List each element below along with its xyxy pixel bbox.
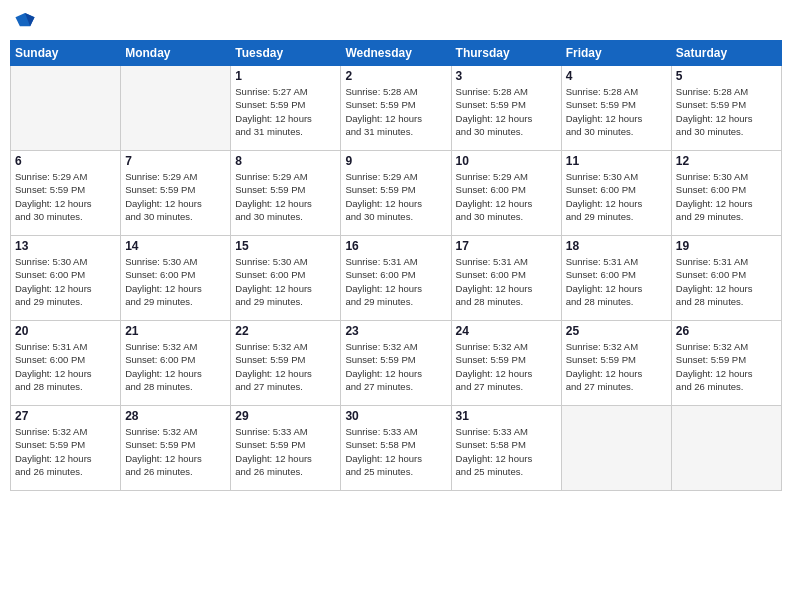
calendar-cell: 8Sunrise: 5:29 AM Sunset: 5:59 PM Daylig…: [231, 151, 341, 236]
week-row-4: 20Sunrise: 5:31 AM Sunset: 6:00 PM Dayli…: [11, 321, 782, 406]
day-number: 8: [235, 154, 336, 168]
calendar-cell: 28Sunrise: 5:32 AM Sunset: 5:59 PM Dayli…: [121, 406, 231, 491]
day-number: 11: [566, 154, 667, 168]
calendar-cell: 6Sunrise: 5:29 AM Sunset: 5:59 PM Daylig…: [11, 151, 121, 236]
day-info: Sunrise: 5:32 AM Sunset: 5:59 PM Dayligh…: [235, 340, 336, 393]
calendar-cell: 17Sunrise: 5:31 AM Sunset: 6:00 PM Dayli…: [451, 236, 561, 321]
day-info: Sunrise: 5:32 AM Sunset: 5:59 PM Dayligh…: [345, 340, 446, 393]
calendar-table: SundayMondayTuesdayWednesdayThursdayFrid…: [10, 40, 782, 491]
logo: [14, 10, 40, 32]
day-number: 27: [15, 409, 116, 423]
calendar-cell: 30Sunrise: 5:33 AM Sunset: 5:58 PM Dayli…: [341, 406, 451, 491]
day-number: 20: [15, 324, 116, 338]
day-info: Sunrise: 5:32 AM Sunset: 5:59 PM Dayligh…: [456, 340, 557, 393]
week-row-5: 27Sunrise: 5:32 AM Sunset: 5:59 PM Dayli…: [11, 406, 782, 491]
calendar-cell: 12Sunrise: 5:30 AM Sunset: 6:00 PM Dayli…: [671, 151, 781, 236]
day-number: 15: [235, 239, 336, 253]
weekday-header-tuesday: Tuesday: [231, 41, 341, 66]
day-info: Sunrise: 5:33 AM Sunset: 5:58 PM Dayligh…: [456, 425, 557, 478]
day-info: Sunrise: 5:28 AM Sunset: 5:59 PM Dayligh…: [456, 85, 557, 138]
calendar-cell: 9Sunrise: 5:29 AM Sunset: 5:59 PM Daylig…: [341, 151, 451, 236]
day-info: Sunrise: 5:29 AM Sunset: 5:59 PM Dayligh…: [235, 170, 336, 223]
day-info: Sunrise: 5:29 AM Sunset: 5:59 PM Dayligh…: [345, 170, 446, 223]
day-number: 6: [15, 154, 116, 168]
weekday-header-monday: Monday: [121, 41, 231, 66]
day-number: 25: [566, 324, 667, 338]
day-info: Sunrise: 5:32 AM Sunset: 5:59 PM Dayligh…: [125, 425, 226, 478]
day-number: 23: [345, 324, 446, 338]
weekday-header-thursday: Thursday: [451, 41, 561, 66]
day-info: Sunrise: 5:29 AM Sunset: 5:59 PM Dayligh…: [125, 170, 226, 223]
calendar-cell: 13Sunrise: 5:30 AM Sunset: 6:00 PM Dayli…: [11, 236, 121, 321]
day-number: 4: [566, 69, 667, 83]
calendar-cell: 27Sunrise: 5:32 AM Sunset: 5:59 PM Dayli…: [11, 406, 121, 491]
weekday-header-friday: Friday: [561, 41, 671, 66]
day-info: Sunrise: 5:27 AM Sunset: 5:59 PM Dayligh…: [235, 85, 336, 138]
day-info: Sunrise: 5:30 AM Sunset: 6:00 PM Dayligh…: [566, 170, 667, 223]
day-info: Sunrise: 5:32 AM Sunset: 5:59 PM Dayligh…: [566, 340, 667, 393]
calendar-cell: [11, 66, 121, 151]
day-number: 14: [125, 239, 226, 253]
day-info: Sunrise: 5:32 AM Sunset: 6:00 PM Dayligh…: [125, 340, 226, 393]
calendar-cell: 23Sunrise: 5:32 AM Sunset: 5:59 PM Dayli…: [341, 321, 451, 406]
week-row-3: 13Sunrise: 5:30 AM Sunset: 6:00 PM Dayli…: [11, 236, 782, 321]
day-info: Sunrise: 5:32 AM Sunset: 5:59 PM Dayligh…: [676, 340, 777, 393]
day-number: 9: [345, 154, 446, 168]
calendar-header-row: SundayMondayTuesdayWednesdayThursdayFrid…: [11, 41, 782, 66]
day-info: Sunrise: 5:29 AM Sunset: 5:59 PM Dayligh…: [15, 170, 116, 223]
day-info: Sunrise: 5:32 AM Sunset: 5:59 PM Dayligh…: [15, 425, 116, 478]
day-number: 12: [676, 154, 777, 168]
day-info: Sunrise: 5:31 AM Sunset: 6:00 PM Dayligh…: [456, 255, 557, 308]
calendar-cell: 7Sunrise: 5:29 AM Sunset: 5:59 PM Daylig…: [121, 151, 231, 236]
calendar-cell: 11Sunrise: 5:30 AM Sunset: 6:00 PM Dayli…: [561, 151, 671, 236]
weekday-header-sunday: Sunday: [11, 41, 121, 66]
calendar-cell: 18Sunrise: 5:31 AM Sunset: 6:00 PM Dayli…: [561, 236, 671, 321]
day-info: Sunrise: 5:28 AM Sunset: 5:59 PM Dayligh…: [566, 85, 667, 138]
calendar-cell: [671, 406, 781, 491]
day-number: 19: [676, 239, 777, 253]
calendar-cell: 21Sunrise: 5:32 AM Sunset: 6:00 PM Dayli…: [121, 321, 231, 406]
calendar-cell: 15Sunrise: 5:30 AM Sunset: 6:00 PM Dayli…: [231, 236, 341, 321]
day-number: 2: [345, 69, 446, 83]
day-info: Sunrise: 5:30 AM Sunset: 6:00 PM Dayligh…: [235, 255, 336, 308]
week-row-2: 6Sunrise: 5:29 AM Sunset: 5:59 PM Daylig…: [11, 151, 782, 236]
day-info: Sunrise: 5:30 AM Sunset: 6:00 PM Dayligh…: [676, 170, 777, 223]
calendar-cell: 24Sunrise: 5:32 AM Sunset: 5:59 PM Dayli…: [451, 321, 561, 406]
calendar-cell: 4Sunrise: 5:28 AM Sunset: 5:59 PM Daylig…: [561, 66, 671, 151]
calendar-cell: 20Sunrise: 5:31 AM Sunset: 6:00 PM Dayli…: [11, 321, 121, 406]
calendar-cell: [121, 66, 231, 151]
calendar-cell: 5Sunrise: 5:28 AM Sunset: 5:59 PM Daylig…: [671, 66, 781, 151]
day-info: Sunrise: 5:31 AM Sunset: 6:00 PM Dayligh…: [676, 255, 777, 308]
day-number: 30: [345, 409, 446, 423]
calendar-cell: 10Sunrise: 5:29 AM Sunset: 6:00 PM Dayli…: [451, 151, 561, 236]
calendar-cell: 31Sunrise: 5:33 AM Sunset: 5:58 PM Dayli…: [451, 406, 561, 491]
day-number: 17: [456, 239, 557, 253]
calendar-cell: 14Sunrise: 5:30 AM Sunset: 6:00 PM Dayli…: [121, 236, 231, 321]
calendar-cell: 25Sunrise: 5:32 AM Sunset: 5:59 PM Dayli…: [561, 321, 671, 406]
day-number: 18: [566, 239, 667, 253]
day-info: Sunrise: 5:31 AM Sunset: 6:00 PM Dayligh…: [566, 255, 667, 308]
weekday-header-wednesday: Wednesday: [341, 41, 451, 66]
day-number: 29: [235, 409, 336, 423]
day-number: 5: [676, 69, 777, 83]
calendar-cell: 16Sunrise: 5:31 AM Sunset: 6:00 PM Dayli…: [341, 236, 451, 321]
day-number: 26: [676, 324, 777, 338]
day-number: 28: [125, 409, 226, 423]
day-number: 21: [125, 324, 226, 338]
calendar-cell: 26Sunrise: 5:32 AM Sunset: 5:59 PM Dayli…: [671, 321, 781, 406]
calendar-cell: 2Sunrise: 5:28 AM Sunset: 5:59 PM Daylig…: [341, 66, 451, 151]
day-number: 10: [456, 154, 557, 168]
day-number: 24: [456, 324, 557, 338]
day-number: 16: [345, 239, 446, 253]
day-info: Sunrise: 5:30 AM Sunset: 6:00 PM Dayligh…: [125, 255, 226, 308]
calendar-cell: [561, 406, 671, 491]
calendar-cell: 19Sunrise: 5:31 AM Sunset: 6:00 PM Dayli…: [671, 236, 781, 321]
logo-icon: [14, 10, 36, 32]
day-info: Sunrise: 5:30 AM Sunset: 6:00 PM Dayligh…: [15, 255, 116, 308]
day-info: Sunrise: 5:33 AM Sunset: 5:58 PM Dayligh…: [345, 425, 446, 478]
day-info: Sunrise: 5:28 AM Sunset: 5:59 PM Dayligh…: [345, 85, 446, 138]
weekday-header-saturday: Saturday: [671, 41, 781, 66]
day-info: Sunrise: 5:33 AM Sunset: 5:59 PM Dayligh…: [235, 425, 336, 478]
day-number: 31: [456, 409, 557, 423]
day-info: Sunrise: 5:31 AM Sunset: 6:00 PM Dayligh…: [15, 340, 116, 393]
